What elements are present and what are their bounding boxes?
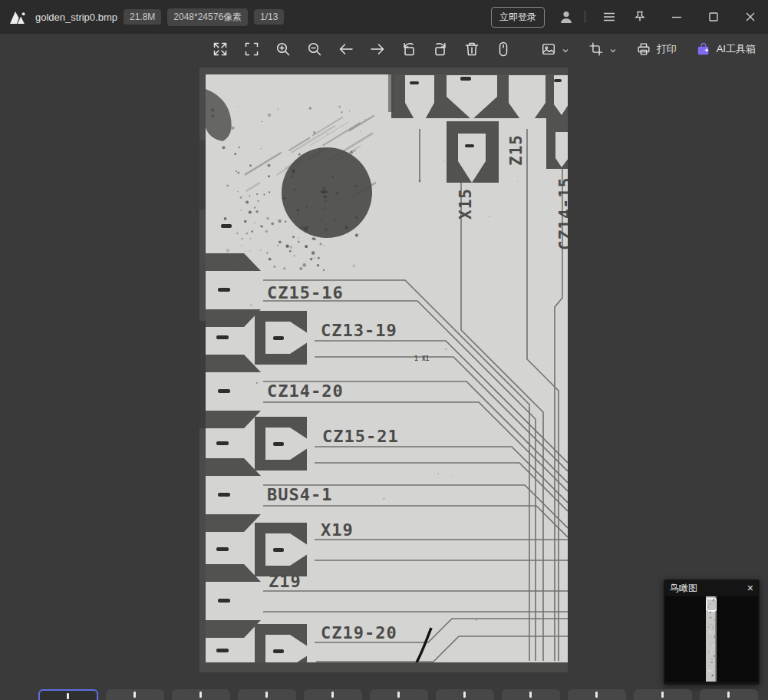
svg-text:X19: X19 xyxy=(321,520,354,540)
toolbar-secondary: 打印 AI工具箱 xyxy=(540,34,756,64)
filmstrip-thumb[interactable] xyxy=(38,689,98,700)
svg-text:X15: X15 xyxy=(457,188,475,220)
thumb-strip-preview xyxy=(727,692,730,698)
thumb-strip-preview xyxy=(463,692,466,698)
mouse-icon[interactable] xyxy=(495,41,512,58)
thumb-strip-preview xyxy=(265,692,268,698)
birdeye-body xyxy=(665,596,758,682)
thumb-strip-preview xyxy=(595,692,598,698)
zoom-in-icon[interactable] xyxy=(275,41,292,58)
pcb-strip-image: CZ15-16 CZ13-19 CZ14-20 CZ15-21 BUS4-1 X… xyxy=(199,68,568,672)
thumb-strip-preview xyxy=(529,692,532,698)
login-button[interactable]: 立即登录 xyxy=(491,7,545,28)
svg-text:CZ19-20: CZ19-20 xyxy=(321,623,397,642)
birdeye-title: 鸟瞰图 xyxy=(670,582,697,595)
minimize-button[interactable] xyxy=(670,10,684,24)
svg-text:CZ14-20: CZ14-20 xyxy=(267,381,344,401)
filmstrip-thumb[interactable] xyxy=(370,689,428,700)
fit-screen-icon[interactable] xyxy=(243,41,260,58)
filmstrip-thumb[interactable] xyxy=(172,689,230,700)
rotate-left-icon[interactable] xyxy=(400,41,417,58)
svg-text:CZ13-19: CZ13-19 xyxy=(321,321,397,340)
filmstrip-thumb[interactable] xyxy=(634,689,692,700)
birdeye-header: 鸟瞰图 × xyxy=(664,579,760,596)
filmstrip-thumb[interactable] xyxy=(700,689,758,700)
filmstrip-thumb[interactable] xyxy=(304,689,362,700)
filmstrip xyxy=(0,689,768,700)
ai-toolbox-label: AI工具箱 xyxy=(717,42,756,56)
svg-text:CZ15-16: CZ15-16 xyxy=(267,283,344,302)
image-mode-dropdown[interactable] xyxy=(540,41,569,58)
svg-text:1 X1: 1 X1 xyxy=(414,355,429,362)
print-label: 打印 xyxy=(657,42,677,56)
filmstrip-thumb[interactable] xyxy=(568,689,626,700)
thumb-strip-preview xyxy=(199,692,202,698)
title-bar: golden_strip0.bmp 21.8M 2048*24576像素 1/1… xyxy=(0,0,768,34)
rotate-right-icon[interactable] xyxy=(432,41,449,58)
thumb-strip-preview xyxy=(67,693,69,699)
app-logo-icon xyxy=(9,8,28,25)
fullscreen-icon[interactable] xyxy=(212,41,229,58)
svg-text:CZ15-21: CZ15-21 xyxy=(322,427,399,446)
close-button[interactable] xyxy=(743,10,757,24)
thumb-strip-preview xyxy=(331,692,334,698)
pin-icon[interactable] xyxy=(633,10,647,24)
prev-arrow-icon[interactable] xyxy=(338,41,354,58)
filmstrip-thumb[interactable] xyxy=(436,689,494,700)
chevron-down-icon xyxy=(609,45,617,53)
chevron-down-icon xyxy=(562,45,569,53)
filmstrip-track xyxy=(0,689,768,700)
birdeye-strip-preview xyxy=(706,596,717,682)
thumb-strip-preview xyxy=(397,692,400,698)
trash-icon[interactable] xyxy=(463,41,480,58)
crop-icon xyxy=(588,41,605,58)
birdeye-panel: 鸟瞰图 × xyxy=(664,579,760,685)
filmstrip-thumb[interactable] xyxy=(502,689,560,700)
page-index-badge: 1/13 xyxy=(254,9,284,25)
crop-dropdown[interactable] xyxy=(588,41,617,58)
dimensions-badge: 2048*24576像素 xyxy=(167,8,248,26)
menu-icon[interactable] xyxy=(602,10,616,24)
filmstrip-thumb[interactable] xyxy=(238,689,296,700)
image-mode-icon xyxy=(540,41,557,58)
svg-text:Z15: Z15 xyxy=(507,134,526,166)
file-name: golden_strip0.bmp xyxy=(35,12,117,23)
filmstrip-thumb[interactable] xyxy=(106,689,164,700)
thumb-strip-preview xyxy=(133,692,136,698)
svg-text:CZ14-15: CZ14-15 xyxy=(556,177,568,250)
printer-icon xyxy=(635,41,652,58)
avatar-icon[interactable] xyxy=(557,8,575,26)
thumb-strip-preview xyxy=(661,692,664,698)
next-arrow-icon[interactable] xyxy=(369,41,386,58)
birdeye-close-icon[interactable]: × xyxy=(747,583,753,593)
maximize-button[interactable] xyxy=(707,10,720,24)
toolbar-main xyxy=(212,34,512,64)
titlebar-divider xyxy=(585,11,585,23)
zoom-out-icon[interactable] xyxy=(306,41,323,58)
image-canvas[interactable]: CZ15-16 CZ13-19 CZ14-20 CZ15-21 BUS4-1 X… xyxy=(199,68,568,672)
app-window: golden_strip0.bmp 21.8M 2048*24576像素 1/1… xyxy=(0,0,768,700)
filesize-badge: 21.8M xyxy=(124,9,161,25)
ai-toolbox-button[interactable]: AI工具箱 xyxy=(695,41,756,58)
print-button[interactable]: 打印 xyxy=(635,41,677,58)
svg-text:BUS4-1: BUS4-1 xyxy=(267,485,332,504)
svg-text:Z19: Z19 xyxy=(269,572,302,591)
ai-toolbox-icon xyxy=(695,41,712,58)
